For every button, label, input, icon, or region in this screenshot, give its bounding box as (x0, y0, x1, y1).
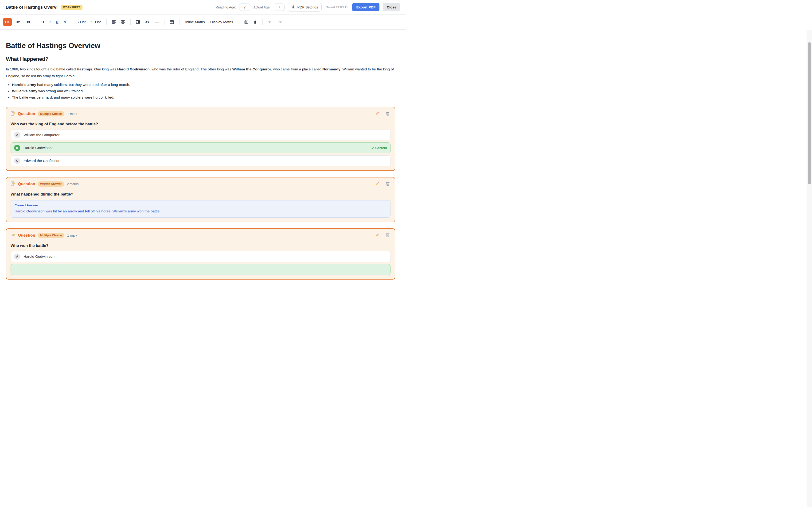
strikethrough-button[interactable]: S (62, 18, 68, 25)
actual-age-label: Actual Age: (253, 5, 270, 9)
display-maths-button[interactable]: Display Maths (208, 18, 235, 25)
inline-maths-button[interactable]: Inline Maths (183, 18, 207, 25)
body-text: In 1066, two kings fought a big battle c… (6, 67, 77, 71)
heading1-button[interactable]: H1 (3, 18, 12, 26)
pencil-icon (375, 113, 379, 117)
bold-button[interactable]: B (40, 18, 46, 25)
header-actions: Reading Age: Actual Age: PDF Settings Sa… (215, 3, 400, 11)
ordered-list-button[interactable]: 1. List (89, 18, 102, 25)
pencil-icon (375, 235, 379, 238)
option-letter: C (14, 158, 20, 164)
question-card-header: QuestionMultiple Choice1 mark (11, 111, 391, 117)
align-center-button[interactable] (119, 19, 126, 25)
bullet-item[interactable]: Harold’s army had many soldiers, but the… (12, 82, 406, 88)
option-row[interactable]: AHarold Godwin,son (11, 251, 391, 254)
trash-icon (386, 235, 390, 238)
bold-text: Harold Godwinson (117, 67, 150, 71)
options-list: AHarold Godwin,son (11, 251, 391, 254)
option-text: Harold Godwinson (23, 146, 54, 150)
trash-icon (386, 113, 390, 117)
written-answer-box: Correct Answer:Harold Godwinson was hit … (11, 200, 391, 218)
delete-question-button[interactable] (385, 181, 391, 187)
option-row[interactable]: AWilliam the Conqueror (11, 129, 391, 140)
question-prompt[interactable]: What happened during the battle? (11, 192, 391, 196)
toolbar-separator (179, 19, 180, 25)
italic-button[interactable]: I (47, 18, 52, 25)
edit-question-button[interactable] (374, 181, 380, 187)
saved-status: Saved 14:03:15 (326, 5, 348, 9)
formatting-toolbar: H1 H2 H3 B I U S • List 1. List <> — Inl… (0, 14, 406, 30)
reading-age-input[interactable] (239, 3, 250, 11)
option-text: Edward the Confessor (23, 159, 59, 163)
correct-answer-text[interactable]: Harold Godwinson was hit by an arrow and… (14, 209, 387, 213)
bullet-list-button[interactable]: • List (75, 18, 87, 25)
pdf-settings-button[interactable]: PDF Settings (288, 3, 321, 11)
intro-bullet-list[interactable]: Harold’s army had many soldiers, but the… (12, 82, 406, 101)
align-left-icon (112, 20, 116, 24)
redo-button[interactable] (276, 19, 284, 25)
question-card: QuestionMultiple Choice1 markWho was the… (6, 107, 395, 171)
delete-question-button[interactable] (385, 232, 391, 239)
actual-age-input[interactable] (274, 3, 285, 11)
option-letter: A (14, 253, 20, 254)
close-button[interactable]: Close (383, 3, 400, 11)
body-text: , who was the ruler of England. The othe… (150, 67, 233, 71)
question-prompt[interactable]: Who was the king of England before the b… (11, 122, 391, 126)
indent-button[interactable] (135, 19, 142, 25)
bold-text: Normandy (322, 67, 341, 71)
toolbar-separator (239, 19, 239, 25)
question-card: QuestionMultiple Choice1 markWho won the… (6, 228, 395, 254)
underline-button[interactable]: U (54, 18, 60, 25)
question-marks: 1 mark (67, 233, 77, 237)
questions-list: QuestionMultiple Choice1 markWho was the… (6, 107, 406, 254)
section-heading[interactable]: What Happened? (6, 56, 406, 62)
paperclip-icon (253, 20, 257, 24)
edit-question-button[interactable] (374, 111, 380, 117)
align-center-icon (121, 20, 125, 24)
bullet-item[interactable]: William’s army was strong and well-train… (12, 88, 406, 94)
correct-answer-label: Correct Answer: (14, 204, 387, 207)
question-type-badge: Multiple Choice (38, 111, 64, 116)
question-card-header: QuestionMultiple Choice1 mark (11, 232, 391, 239)
insert-question-button[interactable]: ? (243, 19, 250, 25)
app-header: Battle of Hastings Overvi WORKSHEET Read… (0, 0, 406, 14)
delete-question-button[interactable] (385, 111, 391, 117)
worksheet-badge: WORKSHEET (61, 5, 83, 10)
heading2-button[interactable]: H2 (14, 18, 22, 25)
document-title: Battle of Hastings Overvi (6, 5, 58, 10)
question-label: Question (18, 233, 35, 238)
option-row[interactable]: BHarold Godwinson✓ Correct (11, 143, 391, 153)
pencil-icon (375, 183, 379, 187)
question-prompt[interactable]: Who won the battle? (11, 243, 391, 248)
bullet-item[interactable]: The battle was very hard, and many soldi… (12, 94, 406, 101)
pdf-settings-label: PDF Settings (297, 5, 318, 9)
memo-icon (11, 181, 15, 187)
option-text: William the Conqueror (23, 133, 59, 137)
question-type-badge: Written Answer (38, 181, 64, 186)
option-row[interactable]: CEdward the Confessor (11, 155, 391, 166)
reading-age-label: Reading Age: (215, 5, 236, 9)
horizontal-rule-button[interactable]: — (153, 18, 160, 25)
code-button[interactable]: <> (143, 18, 152, 25)
insert-table-button[interactable] (168, 19, 175, 25)
undo-icon (268, 20, 273, 24)
intro-paragraph[interactable]: In 1066, two kings fought a big battle c… (6, 66, 397, 79)
question-card: QuestionWritten Answer2 marksWhat happen… (6, 177, 395, 222)
heading3-button[interactable]: H3 (23, 18, 32, 25)
attach-file-button[interactable] (252, 19, 259, 25)
indent-icon (136, 20, 140, 24)
export-pdf-button[interactable]: Export PDF (352, 3, 379, 11)
option-letter: A (14, 132, 20, 138)
trash-icon (386, 183, 390, 187)
bold-text: Hastings (77, 67, 92, 71)
body-text: , who came from a place called (271, 67, 322, 71)
align-left-button[interactable] (110, 19, 118, 25)
undo-button[interactable] (266, 19, 274, 25)
toolbar-separator (262, 19, 263, 25)
toolbar-separator (164, 19, 164, 25)
correct-badge: ✓ Correct (372, 146, 387, 150)
page-title[interactable]: Battle of Hastings Overview (6, 41, 406, 50)
toolbar-separator (106, 19, 107, 25)
body-text: . One king was (92, 67, 117, 71)
edit-question-button[interactable] (374, 232, 380, 239)
